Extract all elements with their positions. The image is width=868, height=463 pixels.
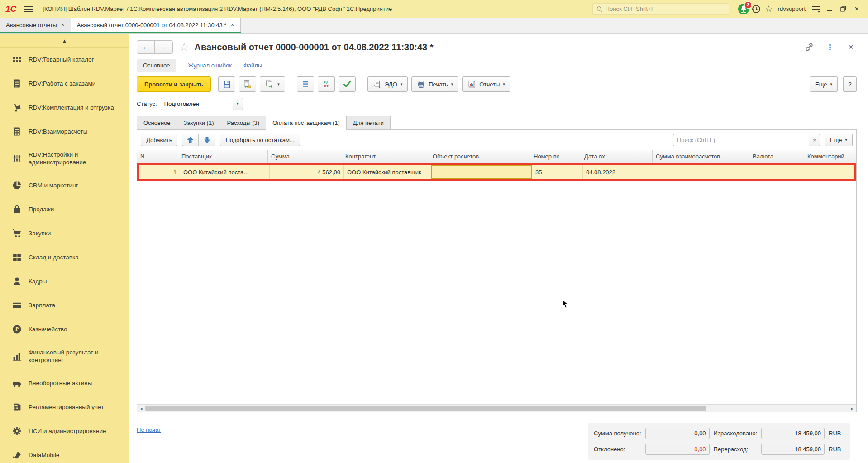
tab-files[interactable]: Файлы (243, 62, 262, 69)
help-button[interactable]: ? (843, 76, 857, 92)
sidebar-item-nsi-admin[interactable]: НСИ и администрирование (0, 419, 129, 443)
cell-incoming-date[interactable]: 04.08.2022 (583, 165, 654, 179)
scroll-right-icon[interactable]: ▸ (848, 405, 856, 412)
sidebar-item-payroll[interactable]: Зарплата (0, 293, 129, 317)
column-header[interactable]: Поставщик (178, 150, 268, 163)
reports-button[interactable]: Отчеты▾ (462, 76, 510, 92)
tab-osnovnoe[interactable]: Основное (137, 59, 176, 72)
declined-value: 0,00 (645, 444, 710, 455)
post-document-button[interactable] (239, 76, 256, 92)
column-header[interactable]: Объект расчетов (429, 150, 530, 163)
column-header[interactable]: Дата вх. (581, 150, 653, 163)
cell-settlement-object-current[interactable] (431, 165, 532, 179)
post-and-close-button[interactable]: Провести и закрыть (137, 76, 211, 92)
edo-button[interactable]: ЭДО▾ (367, 76, 408, 92)
cell-currency[interactable] (751, 165, 806, 179)
more-actions-kebab-icon[interactable]: ⋮ (825, 42, 835, 52)
window-restore-button[interactable] (836, 3, 850, 15)
window-close-button[interactable]: × (850, 3, 863, 15)
sidebar-item-fixed-assets[interactable]: Внеоборотные активы (0, 371, 129, 395)
sidebar-item-hr[interactable]: Кадры (0, 269, 129, 293)
add-row-button[interactable]: Добавить (141, 134, 177, 146)
tab-close-icon[interactable]: × (230, 22, 234, 28)
subordination-structure-button[interactable] (297, 76, 314, 92)
history-icon[interactable] (750, 3, 763, 15)
horizontal-scrollbar[interactable]: ◂ ▸ (137, 404, 856, 412)
favorite-star-icon[interactable]: ☆ (179, 41, 189, 53)
sidebar-item-treasury[interactable]: ₽ Казначейство (0, 317, 129, 341)
service-menu-icon[interactable] (810, 3, 823, 15)
doc-tab-oplata-postavshchikam[interactable]: Оплата поставщикам (1) (266, 116, 346, 130)
cell-incoming-number[interactable]: 35 (532, 165, 583, 179)
sidebar-item-rdv-admin[interactable]: RDV:Настройки и администрирование (0, 143, 129, 173)
global-search-input[interactable] (606, 5, 725, 12)
column-header[interactable]: Номер вх. (530, 150, 581, 163)
sidebar-item-label: Кадры (29, 277, 47, 285)
1c-logo: 1С (5, 4, 16, 14)
form-more-button[interactable]: Еще▾ (810, 76, 838, 92)
business-process-link[interactable]: Не начат (137, 426, 161, 433)
scrollbar-thumb[interactable] (145, 406, 706, 411)
sidebar-item-finresult[interactable]: Финансовый результат и контроллинг (0, 341, 129, 371)
sidebar-item-rdv-orders[interactable]: RDV:Работа с заказами (0, 72, 129, 95)
sidebar-item-rdv-catalog[interactable]: RDV:Товарный каталог (0, 48, 129, 72)
window-tab-advance-report-document[interactable]: Авансовый отчет 0000-000001 от 04.08.202… (71, 18, 241, 32)
window-minimize-button[interactable] (823, 3, 836, 15)
truck-icon (12, 378, 22, 388)
scroll-left-icon[interactable]: ◂ (137, 405, 145, 412)
get-link-icon[interactable] (804, 42, 814, 52)
global-search[interactable] (592, 3, 729, 15)
column-header[interactable]: N (137, 150, 178, 163)
pick-by-balance-button[interactable]: Подобрать по остаткам... (220, 134, 300, 146)
cell-counterparty[interactable]: ООО Китайский поставщик (344, 165, 431, 179)
doc-tab-dlya-pechati[interactable]: Для печати (346, 116, 391, 130)
cell-n[interactable]: 1 (139, 165, 180, 179)
print-button[interactable]: Печать▾ (411, 76, 458, 92)
column-header[interactable]: Контрагент (342, 150, 429, 163)
move-down-button[interactable] (199, 134, 215, 146)
column-header[interactable]: Валюта (749, 150, 804, 163)
favorites-star-icon[interactable]: ☆ (763, 3, 775, 15)
sidebar-item-label: Казначейство (29, 325, 67, 333)
status-input[interactable] (161, 98, 233, 110)
sidebar-item-rdv-settlements[interactable]: RDV:Взаиморасчеты (0, 119, 129, 143)
notifications-bell-icon[interactable]: 2 (737, 3, 750, 15)
save-button[interactable] (218, 76, 235, 92)
scroll-up-icon: ▲ (62, 38, 67, 43)
current-user[interactable]: rdvsupport (778, 5, 806, 12)
sidebar-item-purchases[interactable]: Закупки (0, 221, 129, 245)
dtkt-postings-button[interactable]: ДтКт (318, 76, 335, 92)
tab-close-icon[interactable]: × (61, 22, 65, 28)
sidebar-item-warehouse[interactable]: Склад и доставка (0, 245, 129, 269)
doc-tab-rashody[interactable]: Расходы (3) (220, 116, 266, 130)
form-close-icon[interactable]: × (846, 42, 856, 52)
status-dropdown-button[interactable]: ▾ (233, 98, 243, 110)
cell-mutual-sum[interactable] (654, 165, 751, 179)
check-button[interactable] (339, 76, 356, 92)
cell-comment[interactable] (806, 165, 854, 179)
sidebar-item-datamobile[interactable]: DataMobile (0, 443, 129, 463)
create-based-on-button[interactable]: ▾ (260, 76, 285, 92)
table-more-button[interactable]: Еще▾ (825, 134, 853, 146)
forward-button[interactable]: → (155, 41, 172, 53)
doc-tab-zakupki[interactable]: Закупки (1) (177, 116, 220, 130)
sidebar-item-regulated-accounting[interactable]: Регламентированный учет (0, 395, 129, 419)
column-header[interactable]: Сумма взаиморасчетов (653, 150, 749, 163)
sidebar-item-crm[interactable]: CRM и маркетинг (0, 173, 129, 197)
sidebar-scroll-up[interactable]: ▲ (0, 34, 129, 48)
window-tab-advance-reports-list[interactable]: Авансовые отчеты × (0, 18, 71, 32)
column-header[interactable]: Комментарий (804, 150, 856, 163)
tab-error-log[interactable]: Журнал ошибок (188, 62, 232, 69)
table-row[interactable]: 1 ООО Китайский поста... 4 562,00 ООО Ки… (139, 165, 854, 179)
table-search-input[interactable] (673, 134, 809, 146)
main-menu-icon[interactable] (24, 6, 33, 12)
clear-search-icon[interactable]: × (809, 134, 820, 146)
cell-supplier[interactable]: ООО Китайский поста... (180, 165, 270, 179)
move-up-button[interactable] (182, 134, 199, 146)
column-header[interactable]: Сумма (268, 150, 342, 163)
back-button[interactable]: ← (137, 41, 155, 53)
sidebar-item-rdv-shipping[interactable]: RDV:Комплектация и отгрузка (0, 95, 129, 119)
doc-tab-osnovnoe[interactable]: Основное (137, 116, 177, 130)
sidebar-item-sales[interactable]: Продажи (0, 197, 129, 221)
cell-sum[interactable]: 4 562,00 (270, 165, 344, 179)
